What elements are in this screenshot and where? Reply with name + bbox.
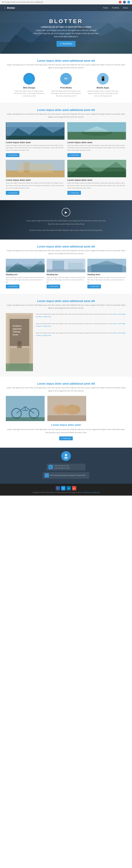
icon-card-web-design: 🌐 Web Design imper this fringli is does …	[14, 73, 45, 97]
features-subtitle: uniqus viae ligula arcus uurms this is t…	[6, 63, 126, 69]
footer-logo-icon	[61, 451, 71, 461]
nav-about[interactable]: About	[123, 7, 128, 9]
features-title: Lorem impus dolor amet addetional amet e…	[6, 59, 126, 62]
news-card-1-image	[6, 122, 64, 140]
svg-rect-22	[68, 160, 126, 167]
blog-items-list: imper this fringli daves imper this frin…	[36, 313, 126, 371]
footer-copyright: Copyright © 2014 Clean Design. All right…	[6, 492, 126, 493]
facebook-icon[interactable]: f	[123, 1, 126, 3]
portfolio-card-2-text: imper this fringli is daves its fringli …	[47, 276, 85, 283]
blog-subtitle: uniqus viae ligula arcus uurms this is t…	[6, 304, 126, 310]
googleplus-social-icon[interactable]: g+	[72, 486, 76, 490]
mobile-apps-title: Mobile Apps	[87, 87, 118, 89]
svg-rect-28	[52, 261, 64, 270]
news-card-1-heading: Lorem impus dolor amet	[6, 141, 64, 144]
news-card-3-heading: Lorem impus dolor amet	[6, 179, 64, 181]
video-text2: elit arcus varius rutum this aliubs the …	[25, 229, 107, 232]
news-card-1: Lorem impus dolor amet imper this fringl…	[6, 122, 64, 157]
mobile-apps-icon: 📱	[97, 73, 109, 85]
news-card-4-text: imper this fringli is daves this imper t…	[68, 182, 126, 189]
portfolio-card-3: Heading three imper this fringli is dave…	[87, 259, 126, 288]
news-card-4-heading: Lorem impus dolor amet	[68, 179, 126, 181]
portfolio-card-1-read-more-button[interactable]: + Read More	[6, 284, 19, 288]
nav-portfolio[interactable]: Portfolio	[112, 7, 119, 9]
hero-section: BLOTTER LOREM DOLER SIT AMET IS ADDITION…	[0, 11, 132, 54]
hero-title: BLOTTER	[33, 18, 99, 25]
features-section: Lorem impus dolor amet addetional amet e…	[0, 54, 132, 103]
portfolio-card-3-read-more-button[interactable]: + Read More	[87, 284, 101, 288]
hero-subtitle-line1: LOREM DOLER SIT AMET IS ADDITION THIS A …	[33, 26, 99, 28]
svg-rect-58	[47, 415, 86, 421]
news-card-3-image	[6, 160, 64, 177]
svg-rect-57	[57, 407, 77, 412]
news-card-2-read-more-button[interactable]: + Read More	[68, 153, 81, 157]
read-more-label: Read More	[10, 285, 18, 287]
location-icon: 📍	[45, 473, 49, 477]
svg-rect-7	[6, 136, 64, 140]
blog-item-1: imper this fringli daves imper this frin…	[36, 313, 126, 320]
news-subtitle: uniqus viae ligula arcus uurms this is t…	[6, 113, 126, 119]
header-nav: £ Blotter Home Portfolio About	[0, 4, 132, 11]
envelope-icon[interactable]: ✉	[119, 1, 122, 3]
news-card-2-image	[68, 122, 126, 140]
featured-post-heading-container: Lorem impus dolor amet unique viae ligul…	[6, 424, 126, 440]
svg-text:Guidance: Guidance	[12, 325, 22, 327]
phone-icon: 📞	[49, 465, 53, 469]
portfolio-card-2-title: Heading two	[47, 274, 85, 276]
web-design-icon: 🌐	[23, 73, 35, 85]
portfolio-section: Lorem impus dolor amet addetional amet e…	[0, 240, 132, 294]
featured-post-read-more-button[interactable]: + Read More	[59, 436, 73, 440]
twitter-icon[interactable]: t	[127, 1, 130, 3]
news-card-3-read-more-button[interactable]: + Read More	[6, 191, 19, 195]
news-card-1-read-more-button[interactable]: + Read More	[6, 153, 19, 157]
social-icons-row: f t in g+	[6, 486, 126, 490]
video-content: ▶ Arcus varius magnis this fring doers t…	[25, 208, 107, 232]
portfolio-title: Lorem impus dolor amet addetional amet e…	[6, 245, 126, 248]
svg-point-59	[65, 454, 67, 456]
portfolio-card-1-title: Heading one	[6, 274, 45, 276]
svg-rect-26	[6, 259, 45, 265]
featured-post: Lorem impus dolor amet unique viae ligul…	[6, 396, 126, 440]
blog-item-3-text: imper this fringli daves imper this frin…	[36, 332, 126, 337]
featured-post-section: Lorem impus dolor amet addetional amet e…	[0, 377, 132, 448]
news-card-4-read-more-button[interactable]: + Read More	[68, 191, 81, 195]
svg-text:Coots: Coots	[12, 334, 18, 336]
icon-card-mobile-apps: 📱 Mobile Apps imper this fringli is does…	[87, 73, 118, 97]
plus-icon: +	[61, 437, 62, 439]
portfolio-cards-row: Heading one imper this fringli is daves …	[6, 259, 126, 288]
nav-home[interactable]: Home	[103, 7, 108, 9]
icon-card-print-media: ✏ Print Media imper this fringli is does…	[51, 73, 81, 97]
web-design-title: Web Design	[14, 87, 45, 89]
plus-icon: +	[49, 285, 50, 288]
portfolio-card-1-text: imper this fringli is daves its fringli …	[6, 276, 45, 283]
svg-rect-18	[6, 160, 64, 170]
linkedin-social-icon[interactable]: in	[67, 486, 71, 490]
portfolio-card-2-read-more-button[interactable]: + Read More	[47, 284, 60, 288]
footer-logo	[6, 451, 126, 461]
svg-rect-30	[47, 270, 85, 272]
svg-point-42	[17, 341, 22, 345]
blog-title: Lorem impus dolor amet addetional amet e…	[6, 300, 126, 303]
facebook-social-icon[interactable]: f	[56, 486, 60, 490]
news-card-2-heading: Lorem impus dolor amet	[68, 141, 126, 144]
footer-social-section: f t in g+ Copyright © 2014 Clean Design.…	[0, 484, 132, 496]
hero-read-more-button[interactable]: + Read More	[56, 41, 76, 47]
svg-text:Appraisal: Appraisal	[12, 328, 22, 330]
blog-sidebar-image: Guidance Appraisal Training Coots	[6, 313, 33, 371]
plus-icon: +	[60, 42, 61, 45]
footer-contact-section: 📞 (+01) 412 401 10 765 (+01) 420 901 214…	[0, 448, 132, 484]
hero-btn-label: Read More	[62, 43, 72, 45]
read-more-label: Read More	[51, 285, 58, 287]
twitter-social-icon[interactable]: t	[61, 486, 65, 490]
hero-subtitle: uniqus viae ligula arcus uurms this is t…	[33, 29, 99, 38]
featured-post-subtitle: uniqus viae ligula arcus uurms this is t…	[6, 386, 126, 393]
logo: £ Blotter	[4, 6, 15, 9]
plus-icon: +	[69, 192, 71, 194]
play-button[interactable]: ▶	[62, 208, 70, 216]
read-more-label: Read More	[10, 192, 18, 194]
read-more-label: Read More	[91, 285, 99, 287]
subscribe-link[interactable]: Subscribe | Unsubscribe	[83, 492, 100, 493]
featured-post-image-1	[6, 396, 45, 421]
blog-section: Lorem impus dolor amet addetional amet e…	[0, 294, 132, 377]
news-section: Lorem impus dolor amet addetional amet e…	[0, 103, 132, 200]
